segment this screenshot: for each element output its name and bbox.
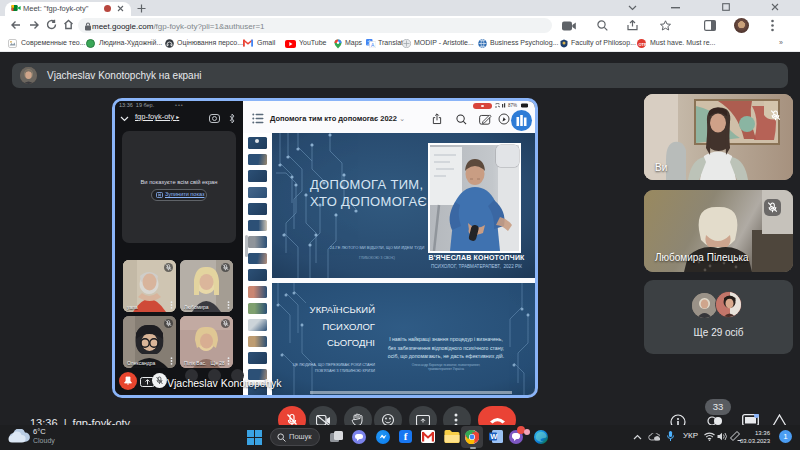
svg-text:87%: 87% <box>508 103 517 108</box>
svg-text:W: W <box>490 432 498 441</box>
